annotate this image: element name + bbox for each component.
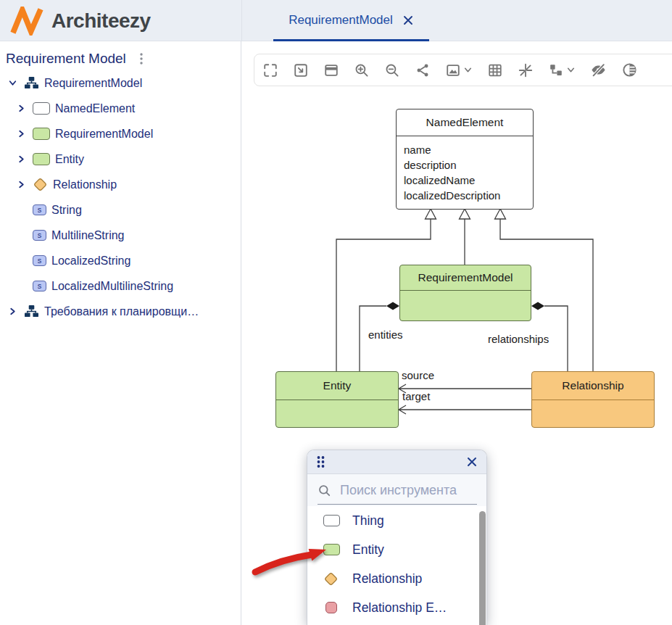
tree-item-label: MultilineString [51,229,124,242]
app-window: Architeezy RequirementModel Requirement … [0,0,672,625]
palette-item-label: Relationship E… [352,600,447,616]
class-node-entity[interactable]: Entity [275,371,399,428]
class-title: Entity [276,372,398,400]
string-badge-letter: s [38,282,42,290]
drag-handle-icon[interactable] [316,455,325,468]
thing-icon [323,515,340,526]
class-green-icon [33,128,50,140]
tree-item-label: RequirementModel [44,77,142,90]
kebab-menu-icon[interactable] [136,51,146,66]
topbar-divider [241,0,242,41]
tree-item-label: RequirementModel [55,128,153,141]
model-icon [24,76,39,90]
tree-item-localizedmultilinestring[interactable]: s LocalizedMultilineString [0,273,241,299]
tree-item-label: NamedElement [55,102,135,115]
chevron-down-icon [463,65,473,75]
palette-search-input[interactable] [339,482,476,499]
tree-item-label: LocalizedString [51,254,130,268]
palette-item-entity[interactable]: Entity [307,535,486,564]
fit-view-icon[interactable] [293,62,309,78]
chevron-right-icon[interactable] [6,305,19,318]
model-icon [24,305,39,318]
fullscreen-icon[interactable] [262,62,278,78]
attribute: description [404,157,533,173]
hide-elements-icon[interactable] [590,62,607,78]
architeezy-logo-icon [10,7,43,36]
model-tree: RequirementModel NamedElement Requiremen… [0,70,241,324]
tool-palette-panel: Thing Entity Relationship Relationship E… [307,450,487,625]
class-node-relationship[interactable]: Relationship [531,371,655,428]
tree-item-entity[interactable]: Entity [0,146,241,172]
search-icon [318,484,331,497]
palette-close-icon[interactable] [466,456,478,468]
tab-close-icon[interactable] [402,15,414,26]
palette-item-relationship-end[interactable]: Relationship E… [307,593,486,622]
relationship-end-icon [325,602,337,613]
contrast-icon[interactable] [621,62,638,78]
chevron-right-icon[interactable] [14,128,28,141]
class-title: RequirementModel [400,265,531,291]
chevron-right-icon[interactable] [14,102,28,115]
palette-scrollbar[interactable] [479,511,486,625]
diagram-canvas[interactable]: NamedElement name description localizedN… [241,41,672,625]
tree-item-requirementmodel-root[interactable]: RequirementModel [0,70,241,96]
relationship-icon [323,571,339,587]
top-bar: Architeezy RequirementModel [0,0,672,41]
chevron-right-icon[interactable] [14,178,28,191]
grid-icon[interactable] [487,62,503,78]
zoom-in-icon[interactable] [354,62,370,78]
tree-item-label: Требования к планировщи… [44,305,199,318]
snap-icon[interactable] [518,62,534,78]
edge-label-target: target [402,390,430,402]
class-green-icon [33,153,50,165]
sidebar-header: Requirement Model [6,49,146,69]
attribute: localizedName [404,173,533,188]
attribute: localizedDescription [404,188,533,203]
zoom-out-icon[interactable] [384,62,400,78]
auto-layout-icon[interactable] [548,62,576,78]
entity-icon [323,544,340,555]
palette-item-thing[interactable]: Thing [307,506,486,535]
edge-label-entities: entities [368,328,403,341]
tab-requirement-model[interactable]: RequirementModel [273,0,429,40]
string-icon: s [33,255,46,266]
attribute: name [404,142,533,157]
tree-item-label: Entity [55,153,84,166]
brand: Architeezy [10,0,151,41]
string-badge-letter: s [38,206,42,214]
class-white-icon [33,102,50,115]
model-explorer-sidebar: Requirement Model RequirementModel [0,41,241,625]
tree-item-requirementmodel[interactable]: RequirementModel [0,121,241,146]
tree-item-trebovaniya[interactable]: Требования к планировщи… [0,299,241,324]
tree-item-string[interactable]: s String [0,197,241,223]
class-node-namedelement[interactable]: NamedElement name description localizedN… [396,109,534,210]
chevron-right-icon[interactable] [14,153,28,166]
palette-item-label: Thing [352,513,384,529]
diamond-orange-icon [33,177,48,192]
palette-header [307,450,486,474]
string-icon: s [33,230,46,241]
palette-item-relationship[interactable]: Relationship [307,564,486,593]
palette-search [307,474,486,506]
tree-item-multilinestring[interactable]: s MultilineString [0,223,241,248]
panels-icon[interactable] [323,62,339,78]
tree-item-relationship[interactable]: Relationship [0,172,241,197]
tree-item-label: String [51,204,82,217]
edge-label-source: source [402,369,434,381]
tree-item-label: LocalizedMultilineString [51,280,173,293]
chevron-down-icon[interactable] [6,77,19,90]
string-icon: s [33,204,46,215]
tree-item-namedelement[interactable]: NamedElement [0,96,241,121]
diagram-toolbar [254,54,672,86]
string-icon: s [33,281,46,291]
export-image-icon[interactable] [445,62,473,78]
edge-label-relationships: relationships [488,333,549,345]
tab-label: RequirementModel [289,13,393,28]
app-title: Architeezy [51,9,151,33]
chevron-down-icon [566,65,576,75]
class-title: NamedElement [397,109,533,136]
tree-item-localizedstring[interactable]: s LocalizedString [0,248,241,273]
tree-item-label: Relationship [53,178,117,191]
class-node-requirementmodel[interactable]: RequirementModel [399,265,531,321]
share-icon[interactable] [415,62,431,78]
